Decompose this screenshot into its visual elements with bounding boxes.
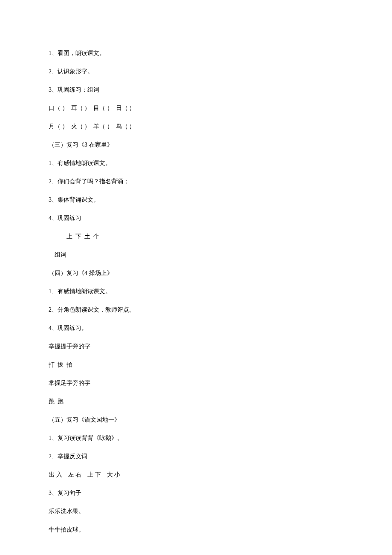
text-line: 2、掌握反义词 bbox=[49, 452, 343, 461]
text-line: 乐乐洗水果。 bbox=[49, 507, 343, 516]
text-line: 2、分角色朗读课文，教师评点。 bbox=[49, 305, 343, 314]
text-line: 组词 bbox=[49, 250, 343, 259]
text-line: （四）复习《4 操场上》 bbox=[49, 269, 343, 278]
text-line: 月（ ） 火（ ） 羊（ ） 鸟（ ） bbox=[49, 122, 343, 131]
text-line: 4、巩固练习。 bbox=[49, 324, 343, 332]
text-line: 掌握提手旁的字 bbox=[49, 342, 343, 351]
text-line: 3、巩固练习：组词 bbox=[49, 85, 343, 94]
document-page: 1、看图，朗读课文。 2、认识象形字。 3、巩固练习：组词 口（ ） 耳（ ） … bbox=[0, 0, 392, 534]
text-line: 打 拔 拍 bbox=[49, 360, 343, 369]
text-line: 1、复习读读背背《咏鹅》。 bbox=[49, 434, 343, 442]
text-line: 4、巩固练习 bbox=[49, 214, 343, 223]
text-line: （五）复习《语文园地一》 bbox=[49, 415, 343, 424]
text-line: 1、有感情地朗读课文。 bbox=[49, 159, 343, 168]
text-line: （三）复习《3 在家里》 bbox=[49, 140, 343, 149]
text-line: 牛牛拍皮球。 bbox=[49, 525, 343, 534]
text-line: 出 入 左 右 上 下 大 小 bbox=[49, 470, 343, 479]
text-line: 3、复习句子 bbox=[49, 489, 343, 497]
text-line: 掌握足字旁的字 bbox=[49, 379, 343, 387]
text-line: 1、有感情地朗读课文。 bbox=[49, 287, 343, 296]
text-line: 口（ ） 耳（ ） 目（ ） 日（ ） bbox=[49, 104, 343, 113]
text-line: 上 下 土 个 bbox=[49, 232, 343, 241]
text-line: 1、看图，朗读课文。 bbox=[49, 49, 343, 58]
text-line: 2、认识象形字。 bbox=[49, 67, 343, 76]
text-line: 3、集体背诵课文。 bbox=[49, 195, 343, 204]
text-line: 2、你们会背了吗？指名背诵； bbox=[49, 177, 343, 186]
text-line: 跳 跑 bbox=[49, 397, 343, 406]
